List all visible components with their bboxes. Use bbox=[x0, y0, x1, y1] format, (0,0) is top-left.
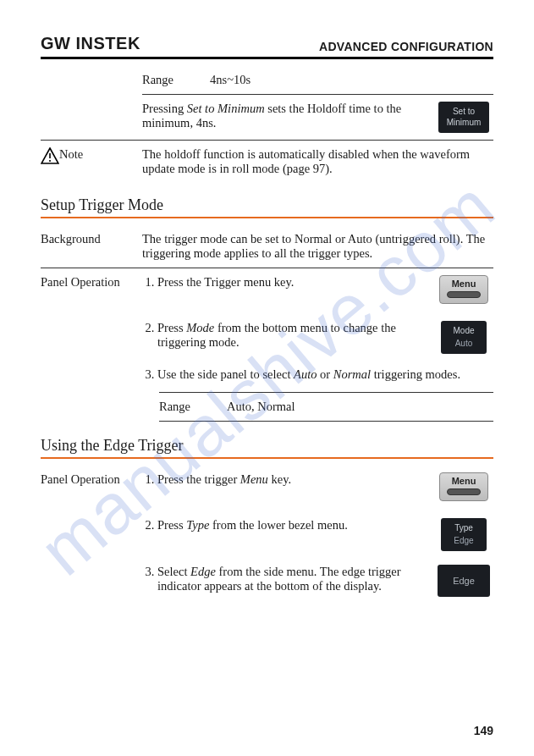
divider bbox=[159, 392, 493, 393]
section-divider bbox=[41, 457, 493, 459]
page-number: 149 bbox=[474, 724, 493, 737]
divider bbox=[41, 140, 493, 141]
warning-icon bbox=[41, 147, 59, 164]
note-label: Note bbox=[41, 147, 142, 164]
holdoff-min-text: Pressing Set to Minimum sets the Holdoff… bbox=[142, 102, 434, 130]
range-value: 4ns~10s bbox=[210, 73, 250, 87]
page-header: GW INSTEK ADVANCED CONFIGURATION bbox=[41, 34, 493, 59]
type-softkey: Type Edge bbox=[441, 518, 487, 551]
background-label: Background bbox=[41, 232, 142, 246]
menu-hardkey: Menu bbox=[439, 472, 488, 501]
edge-step-1: Press the trigger Menu key. bbox=[157, 472, 427, 487]
section-divider bbox=[41, 217, 493, 218]
trigger-step-3: Use the side panel to select Auto or Nor… bbox=[157, 367, 493, 382]
chapter-title: ADVANCED CONFIGURATION bbox=[319, 40, 493, 53]
svg-point-1 bbox=[49, 160, 51, 162]
holdoff-range: Range 4ns~10s bbox=[142, 73, 493, 87]
section-setup-trigger-mode: Setup Trigger Mode bbox=[41, 196, 493, 214]
divider bbox=[41, 268, 493, 268]
edge-step-2: Press Type from the lower bezel menu. bbox=[157, 518, 427, 533]
trigger-step-1: Press the Trigger menu key. bbox=[157, 275, 427, 290]
section-edge-trigger: Using the Edge Trigger bbox=[41, 437, 493, 455]
note-text: The holdoff function is automatically di… bbox=[142, 147, 493, 176]
edge-step-3: Select Edge from the side menu. The edge… bbox=[157, 565, 427, 593]
divider bbox=[159, 421, 493, 422]
panel-operation-label: Panel Operation bbox=[41, 472, 142, 487]
mode-softkey: Mode Auto bbox=[441, 321, 487, 354]
trigger-mode-range: Range Auto, Normal bbox=[159, 400, 493, 414]
trigger-step-2: Press Mode from the bottom menu to chang… bbox=[157, 321, 427, 350]
background-text: The trigger mode can be set to Normal or… bbox=[142, 232, 493, 261]
range-label: Range bbox=[142, 73, 186, 87]
panel-operation-label: Panel Operation bbox=[41, 275, 142, 290]
edge-softkey: Edge bbox=[438, 565, 490, 597]
brand-logo: GW INSTEK bbox=[41, 34, 140, 53]
menu-hardkey: Menu bbox=[439, 275, 488, 304]
set-to-minimum-softkey: Set to Minimum bbox=[438, 102, 489, 133]
divider bbox=[142, 94, 493, 95]
